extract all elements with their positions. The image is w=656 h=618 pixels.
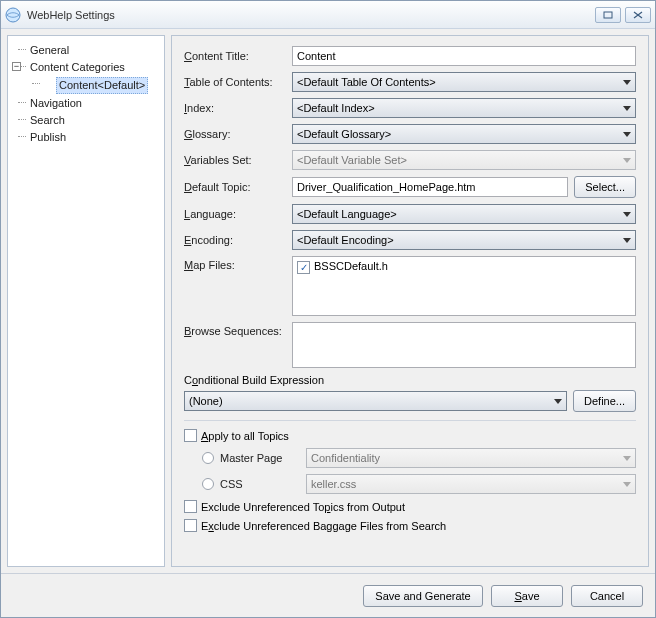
language-value: <Default Language> xyxy=(297,208,397,220)
chevron-down-icon xyxy=(623,106,631,111)
save-and-generate-button[interactable]: Save and Generate xyxy=(363,585,483,607)
index-value: <Default Index> xyxy=(297,102,375,114)
dialog-body: General − Content Categories Content<Def… xyxy=(1,29,655,573)
row-variables: Variables Set: <Default Variable Set> xyxy=(184,150,636,170)
label-index: Index: xyxy=(184,102,292,114)
css-value: keller.css xyxy=(311,478,356,490)
label-cond-build: Conditional Build Expression xyxy=(184,374,636,386)
settings-panel: Content Title: Table of Contents: <Defau… xyxy=(171,35,649,567)
label-variables: Variables Set: xyxy=(184,154,292,166)
cancel-button[interactable]: Cancel xyxy=(571,585,643,607)
chevron-down-icon xyxy=(623,212,631,217)
master-page-radio xyxy=(202,452,214,464)
encoding-value: <Default Encoding> xyxy=(297,234,394,246)
titlebar[interactable]: WebHelp Settings xyxy=(1,1,655,29)
row-cond-build: (None) Define... xyxy=(184,390,636,412)
apply-all-checkbox[interactable] xyxy=(184,429,197,442)
row-encoding: Encoding: <Default Encoding> xyxy=(184,230,636,250)
label-default-topic: Default Topic: xyxy=(184,181,292,193)
tree-item-content-default[interactable]: Content<Default> xyxy=(26,76,160,95)
default-topic-input[interactable] xyxy=(292,177,568,197)
btn-label: Select... xyxy=(585,181,625,193)
row-glossary: Glossary: <Default Glossary> xyxy=(184,124,636,144)
tree-item-navigation[interactable]: Navigation xyxy=(12,95,160,112)
window-title: WebHelp Settings xyxy=(27,9,595,21)
svg-point-0 xyxy=(6,8,20,22)
tree-label-selected: Content<Default> xyxy=(56,77,148,94)
label-map-files: Map Files: xyxy=(184,256,292,271)
chevron-down-icon xyxy=(554,399,562,404)
row-index: Index: <Default Index> xyxy=(184,98,636,118)
css-radio xyxy=(202,478,214,490)
btn-label: Save and Generate xyxy=(375,590,470,602)
label-encoding: Encoding: xyxy=(184,234,292,246)
tree-children: Content<Default> xyxy=(26,76,160,95)
row-master-page: Master Page Confidentiality xyxy=(202,448,636,468)
row-map-files: Map Files: ✓BSSCDefault.h xyxy=(184,256,636,316)
select-topic-button[interactable]: Select... xyxy=(574,176,636,198)
dialog-window: WebHelp Settings General − Content Categ… xyxy=(0,0,656,618)
label-toc: Table of Contents: xyxy=(184,76,292,88)
tree-label: Navigation xyxy=(30,97,82,109)
window-buttons xyxy=(595,7,651,23)
save-button[interactable]: Save xyxy=(491,585,563,607)
tree-item-general[interactable]: General xyxy=(12,42,160,59)
btn-label: Cancel xyxy=(590,590,624,602)
map-files-list[interactable]: ✓BSSCDefault.h xyxy=(292,256,636,316)
checkbox-checked-icon[interactable]: ✓ xyxy=(297,261,310,274)
index-select[interactable]: <Default Index> xyxy=(292,98,636,118)
define-button[interactable]: Define... xyxy=(573,390,636,412)
chevron-down-icon xyxy=(623,80,631,85)
row-content-title: Content Title: xyxy=(184,46,636,66)
row-exclude-topics: Exclude Unreferenced Topics from Output xyxy=(184,500,636,513)
language-select[interactable]: <Default Language> xyxy=(292,204,636,224)
glossary-value: <Default Glossary> xyxy=(297,128,391,140)
separator xyxy=(184,420,636,421)
tree-label: Publish xyxy=(30,131,66,143)
chevron-down-icon xyxy=(623,456,631,461)
content-title-input[interactable] xyxy=(292,46,636,66)
btn-label: ave xyxy=(522,590,540,602)
row-apply-all: Apply to all Topics xyxy=(184,429,636,442)
chevron-down-icon xyxy=(623,238,631,243)
row-default-topic: Default Topic: Select... xyxy=(184,176,636,198)
category-tree[interactable]: General − Content Categories Content<Def… xyxy=(7,35,165,567)
encoding-select[interactable]: <Default Encoding> xyxy=(292,230,636,250)
toc-value: <Default Table Of Contents> xyxy=(297,76,436,88)
svg-rect-1 xyxy=(604,12,612,18)
chevron-down-icon xyxy=(623,132,631,137)
tree-label: General xyxy=(30,44,69,56)
chevron-down-icon xyxy=(623,158,631,163)
master-page-select: Confidentiality xyxy=(306,448,636,468)
map-file-label: BSSCDefault.h xyxy=(314,260,388,272)
row-language: Language: <Default Language> xyxy=(184,204,636,224)
cond-build-value: (None) xyxy=(189,395,223,407)
cond-build-select[interactable]: (None) xyxy=(184,391,567,411)
btn-label: Define... xyxy=(584,395,625,407)
row-css: CSS keller.css xyxy=(202,474,636,494)
map-file-item[interactable]: ✓BSSCDefault.h xyxy=(297,260,631,274)
label-apply-all: Apply to all Topics xyxy=(201,430,289,442)
dialog-footer: Save and Generate Save Cancel xyxy=(1,573,655,617)
browse-sequences-list[interactable] xyxy=(292,322,636,368)
tree-item-search[interactable]: Search xyxy=(12,112,160,129)
minimize-button[interactable] xyxy=(595,7,621,23)
css-select: keller.css xyxy=(306,474,636,494)
exclude-baggage-checkbox[interactable] xyxy=(184,519,197,532)
label-language: Language: xyxy=(184,208,292,220)
tree-item-content-categories[interactable]: − Content Categories xyxy=(12,59,160,76)
close-button[interactable] xyxy=(625,7,651,23)
label-exclude-topics: Exclude Unreferenced Topics from Output xyxy=(201,501,405,513)
tree-label: Content Categories xyxy=(30,61,125,73)
exclude-topics-checkbox[interactable] xyxy=(184,500,197,513)
label-css: CSS xyxy=(220,478,306,490)
label-master-page: Master Page xyxy=(220,452,306,464)
glossary-select[interactable]: <Default Glossary> xyxy=(292,124,636,144)
toc-select[interactable]: <Default Table Of Contents> xyxy=(292,72,636,92)
tree-collapse-icon[interactable]: − xyxy=(12,62,21,71)
label-browse-sequences: Browse Sequences: xyxy=(184,322,292,337)
tree-label: Search xyxy=(30,114,65,126)
label-glossary: Glossary: xyxy=(184,128,292,140)
tree-item-publish[interactable]: Publish xyxy=(12,129,160,146)
master-page-value: Confidentiality xyxy=(311,452,380,464)
